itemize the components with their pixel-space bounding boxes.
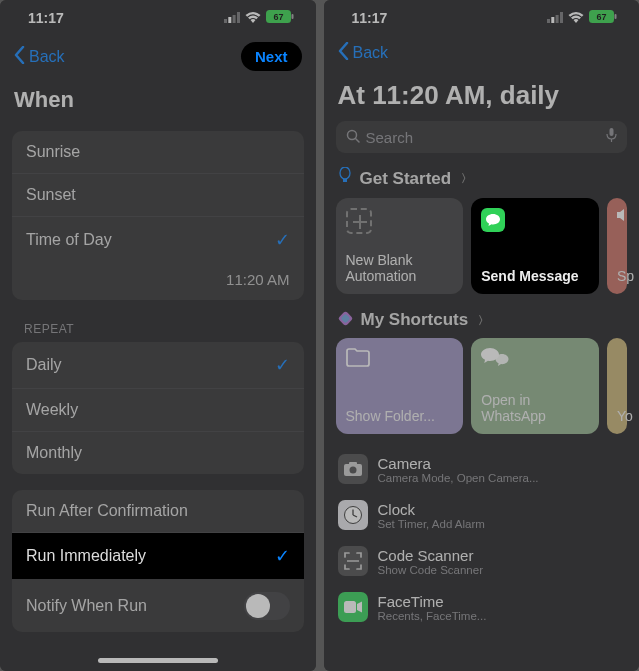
svg-rect-10 bbox=[560, 12, 563, 23]
option-weekly[interactable]: Weekly bbox=[12, 389, 304, 432]
app-facetime[interactable]: FaceTime Recents, FaceTime... bbox=[324, 584, 640, 630]
card-label: New Blank Automation bbox=[346, 252, 454, 284]
back-button[interactable]: Back bbox=[14, 46, 65, 68]
get-started-header[interactable]: Get Started 〉 bbox=[324, 163, 640, 198]
bulb-icon bbox=[338, 167, 352, 190]
nav-bar: Back bbox=[324, 32, 640, 74]
card-label: Open in WhatsApp bbox=[481, 392, 589, 424]
card-send-message[interactable]: Send Message bbox=[471, 198, 599, 294]
option-sunset[interactable]: Sunset bbox=[12, 174, 304, 217]
speaker-icon bbox=[617, 208, 633, 222]
svg-rect-24 bbox=[349, 462, 357, 465]
right-screen: 11:17 67 Back At 11:20 AM, daily Search bbox=[324, 0, 640, 671]
status-time: 11:17 bbox=[28, 10, 64, 26]
battery-icon: 67 bbox=[266, 10, 294, 26]
folder-icon bbox=[346, 348, 454, 370]
svg-rect-16 bbox=[610, 128, 614, 136]
svg-rect-2 bbox=[232, 15, 235, 23]
card-youtube[interactable]: Yo bbox=[607, 338, 627, 434]
chat-bubbles-icon bbox=[481, 348, 589, 373]
option-label: Monthly bbox=[26, 444, 82, 462]
repeat-label: REPEAT bbox=[0, 308, 316, 340]
my-shortcuts-cards: Show Folder... Open in WhatsApp Yo bbox=[324, 338, 640, 446]
left-screen: 11:17 67 Back Next When Sunrise bbox=[0, 0, 316, 671]
app-sub: Camera Mode, Open Camera... bbox=[378, 472, 539, 484]
chevron-left-icon bbox=[14, 46, 25, 68]
back-label: Back bbox=[353, 44, 389, 62]
back-label: Back bbox=[29, 48, 65, 66]
status-bar: 11:17 67 bbox=[324, 0, 640, 32]
repeat-group: Daily ✓ Weekly Monthly bbox=[12, 342, 304, 474]
card-new-blank-automation[interactable]: New Blank Automation bbox=[336, 198, 464, 294]
app-sub: Set Timer, Add Alarm bbox=[378, 518, 485, 530]
back-button[interactable]: Back bbox=[338, 42, 389, 64]
messages-icon bbox=[481, 208, 505, 232]
svg-rect-12 bbox=[615, 14, 617, 19]
my-shortcuts-header[interactable]: My Shortcuts 〉 bbox=[324, 306, 640, 338]
mic-icon[interactable] bbox=[606, 128, 617, 146]
svg-text:67: 67 bbox=[596, 12, 606, 22]
option-run-after-confirm[interactable]: Run After Confirmation bbox=[12, 490, 304, 533]
option-run-immediately[interactable]: Run Immediately ✓ bbox=[12, 533, 304, 580]
next-button[interactable]: Next bbox=[241, 42, 302, 71]
chevron-right-icon: 〉 bbox=[478, 313, 489, 328]
option-sunrise[interactable]: Sunrise bbox=[12, 131, 304, 174]
page-title: At 11:20 AM, daily bbox=[324, 74, 640, 121]
selected-time-row[interactable]: 11:20 AM bbox=[12, 263, 304, 300]
nav-bar: Back Next bbox=[0, 32, 316, 81]
status-time: 11:17 bbox=[352, 10, 388, 26]
app-name: FaceTime bbox=[378, 593, 487, 610]
option-label: Notify When Run bbox=[26, 597, 147, 615]
option-time-of-day[interactable]: Time of Day ✓ bbox=[12, 217, 304, 263]
option-monthly[interactable]: Monthly bbox=[12, 432, 304, 474]
wifi-icon bbox=[245, 10, 261, 26]
checkmark-icon: ✓ bbox=[275, 354, 290, 376]
app-camera[interactable]: Camera Camera Mode, Open Camera... bbox=[324, 446, 640, 492]
svg-rect-5 bbox=[291, 14, 293, 19]
app-name: Camera bbox=[378, 455, 539, 472]
svg-rect-9 bbox=[556, 15, 559, 23]
app-code-scanner[interactable]: Code Scanner Show Code Scanner bbox=[324, 538, 640, 584]
signal-icon bbox=[547, 10, 563, 26]
shortcuts-icon bbox=[338, 311, 353, 329]
card-label: Send Message bbox=[481, 268, 589, 284]
card-show-folder[interactable]: Show Folder... bbox=[336, 338, 464, 434]
svg-rect-1 bbox=[228, 17, 231, 23]
section-label: Get Started bbox=[360, 169, 452, 189]
svg-rect-8 bbox=[551, 17, 554, 23]
option-label: Run Immediately bbox=[26, 547, 146, 565]
camera-icon bbox=[338, 454, 368, 484]
svg-point-18 bbox=[340, 167, 350, 179]
svg-line-15 bbox=[355, 138, 359, 142]
svg-rect-0 bbox=[224, 19, 227, 23]
option-label: Run After Confirmation bbox=[26, 502, 188, 520]
card-speak[interactable]: Sp bbox=[607, 198, 627, 294]
plus-frame-icon bbox=[346, 208, 372, 234]
run-group: Run After Confirmation Run Immediately ✓… bbox=[12, 490, 304, 632]
search-input[interactable]: Search bbox=[336, 121, 628, 153]
svg-rect-3 bbox=[237, 12, 240, 23]
wifi-icon bbox=[568, 10, 584, 26]
next-label: Next bbox=[255, 48, 288, 65]
card-open-whatsapp[interactable]: Open in WhatsApp bbox=[471, 338, 599, 434]
facetime-icon bbox=[338, 592, 368, 622]
search-icon bbox=[346, 129, 360, 146]
home-indicator[interactable] bbox=[98, 658, 218, 663]
app-sub: Recents, FaceTime... bbox=[378, 610, 487, 622]
option-label: Time of Day bbox=[26, 231, 112, 249]
search-placeholder: Search bbox=[366, 129, 601, 146]
option-notify[interactable]: Notify When Run bbox=[12, 580, 304, 632]
svg-point-23 bbox=[349, 467, 356, 474]
scanner-icon bbox=[338, 546, 368, 576]
app-clock[interactable]: Clock Set Timer, Add Alarm bbox=[324, 492, 640, 538]
svg-rect-7 bbox=[547, 19, 550, 23]
option-daily[interactable]: Daily ✓ bbox=[12, 342, 304, 389]
section-label: My Shortcuts bbox=[361, 310, 469, 330]
get-started-cards: New Blank Automation Send Message Sp bbox=[324, 198, 640, 306]
checkmark-icon: ✓ bbox=[275, 545, 290, 567]
chevron-left-icon bbox=[338, 42, 349, 64]
toggle-notify[interactable] bbox=[244, 592, 290, 620]
app-name: Code Scanner bbox=[378, 547, 483, 564]
app-name: Clock bbox=[378, 501, 485, 518]
option-label: Sunset bbox=[26, 186, 76, 204]
